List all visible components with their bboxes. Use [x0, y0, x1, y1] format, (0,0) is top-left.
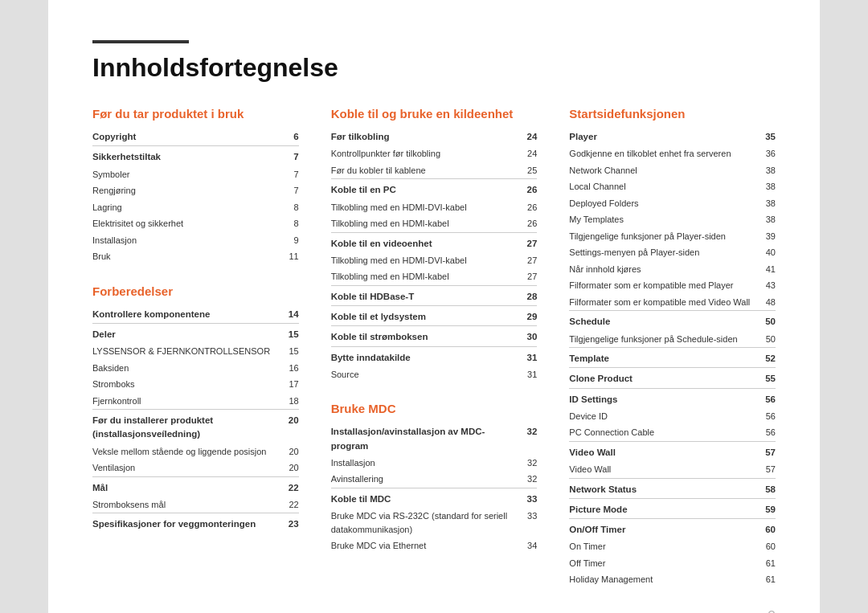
toc-label: Før du installerer produktet(installasjo…	[92, 410, 279, 443]
toc-label: Koble til strømboksen	[331, 326, 512, 346]
toc-label: Network Channel	[569, 162, 755, 179]
column-1: Før du tar produktet i brukCopyright6Sik…	[92, 107, 299, 607]
table-row: Når innhold kjøres41	[569, 261, 776, 278]
toc-label: Baksiden	[92, 360, 279, 377]
toc-page: 32	[518, 455, 537, 472]
toc-label: Filformater som er kompatible med Video …	[569, 294, 755, 311]
toc-page: 38	[755, 195, 776, 212]
toc-page: 48	[755, 294, 776, 311]
toc-label: Før du kobler til kablene	[331, 162, 512, 179]
toc-page: 55	[755, 368, 776, 388]
toc-label: Elektrisitet og sikkerhet	[92, 215, 263, 232]
toc-page: 39	[755, 228, 776, 245]
table-row: Tilkobling med en HDMI-DVI-kabel26	[331, 199, 538, 216]
table-row: Installasjon32	[331, 455, 538, 472]
toc-label: Deler	[92, 323, 279, 343]
toc-label: Video Wall	[569, 441, 755, 461]
table-row: Deployed Folders38	[569, 195, 776, 212]
table-row: Mål22	[92, 476, 299, 497]
table-row: Kontrollpunkter før tilkobling24	[331, 145, 538, 162]
table-row: Video Wall57	[569, 461, 776, 478]
toc-page: 50	[755, 311, 776, 331]
toc-page: 20	[279, 443, 299, 460]
table-row: Deler15	[92, 323, 299, 343]
toc-label: Tilkobling med en HDMI-DVI-kabel	[331, 252, 512, 269]
table-row: On/Off Timer60	[569, 519, 776, 539]
toc-label: Mål	[92, 476, 279, 497]
toc-page: 26	[511, 199, 537, 216]
toc-page: 31	[511, 366, 537, 383]
table-row: Installasjon9	[92, 232, 299, 249]
toc-label: On/Off Timer	[569, 519, 755, 539]
toc-label: Før tilkobling	[331, 129, 512, 145]
toc-page: 22	[279, 497, 299, 513]
table-row: Bruke MDC via Ethernet34	[331, 537, 538, 554]
toc-page: 28	[511, 285, 537, 305]
toc-label: Picture Mode	[569, 498, 755, 518]
toc-label: Off Timer	[569, 555, 755, 572]
toc-columns: Før du tar produktet i brukCopyright6Sik…	[92, 107, 776, 607]
table-row: Spesifikasjoner for veggmonteringen23	[92, 513, 299, 533]
toc-page: 26	[511, 179, 537, 199]
table-row: Koble til HDBase-T28	[331, 285, 538, 305]
section-title: Bruke MDC	[331, 402, 538, 415]
toc-page: 59	[755, 498, 776, 518]
toc-page: 61	[755, 571, 776, 588]
toc-label: Kontrollere komponentene	[92, 306, 279, 324]
toc-label: Koble til en PC	[331, 179, 512, 199]
page-number: 2	[768, 608, 776, 613]
table-row: Fjernkontroll18	[92, 393, 299, 410]
toc-page: 50	[755, 331, 776, 348]
toc-label: Device ID	[569, 408, 755, 425]
toc-label: Tilgjengelige funksjoner på Player-siden	[569, 228, 755, 245]
toc-label: Bruke MDC via RS-232C (standard for seri…	[331, 508, 518, 537]
toc-page: 18	[279, 393, 299, 410]
toc-page: 38	[755, 178, 776, 195]
toc-page: 38	[755, 211, 776, 228]
toc-label: Veksle mellom stående og liggende posisj…	[92, 443, 279, 460]
toc-page: 30	[511, 326, 537, 346]
table-row: Koble til MDC33	[331, 488, 538, 508]
toc-page: 14	[279, 306, 299, 324]
toc-label: Symboler	[92, 166, 263, 183]
toc-label: Stromboksens mål	[92, 497, 279, 513]
toc-label: Fjernkontroll	[92, 393, 279, 410]
toc-page: 35	[755, 129, 776, 145]
table-row: Stromboks17	[92, 376, 299, 393]
toc-page: 7	[263, 166, 299, 183]
toc-page: 40	[755, 244, 776, 261]
toc-page: 23	[279, 513, 299, 533]
table-row: Baksiden16	[92, 360, 299, 377]
section-2-2: Bruke MDCInstallasjon/avinstallasjon av …	[331, 402, 538, 554]
toc-page: 6	[263, 129, 299, 146]
page: Innholdsfortegnelse Før du tar produktet…	[48, 0, 820, 613]
toc-page: 8	[263, 215, 299, 232]
table-row: Kontrollere komponentene14	[92, 306, 299, 324]
column-2: Koble til og bruke en kildeenhetFør tilk…	[331, 107, 538, 607]
toc-label: Tilkobling med en HDMI-DVI-kabel	[331, 199, 512, 216]
toc-page: 56	[755, 424, 776, 441]
table-row: ID Settings56	[569, 388, 776, 408]
toc-table: Copyright6Sikkerhetstiltak7Symboler7Reng…	[92, 129, 299, 265]
table-row: Picture Mode59	[569, 498, 776, 518]
table-row: Koble til et lydsystem29	[331, 306, 538, 326]
toc-label: On Timer	[569, 538, 755, 555]
toc-label: Network Status	[569, 478, 755, 498]
toc-label: Template	[569, 348, 755, 368]
toc-label: Installasjon	[331, 455, 518, 472]
table-row: Holiday Management61	[569, 571, 776, 588]
toc-label: Lagring	[92, 199, 263, 216]
table-row: Tilkobling med en HDMI-kabel27	[331, 268, 538, 285]
table-row: Video Wall57	[569, 441, 776, 461]
table-row: On Timer60	[569, 538, 776, 555]
toc-page: 15	[279, 323, 299, 343]
table-row: Schedule50	[569, 311, 776, 331]
table-row: Template52	[569, 348, 776, 368]
toc-label: Schedule	[569, 311, 755, 331]
toc-label: Deployed Folders	[569, 195, 755, 212]
toc-table: Installasjon/avinstallasjon av MDC-progr…	[331, 423, 538, 554]
toc-label: Bruke MDC via Ethernet	[331, 537, 518, 554]
toc-label: Tilgjengelige funksjoner på Schedule-sid…	[569, 331, 755, 348]
toc-page: 20	[279, 410, 299, 443]
table-row: Stromboksens mål22	[92, 497, 299, 513]
